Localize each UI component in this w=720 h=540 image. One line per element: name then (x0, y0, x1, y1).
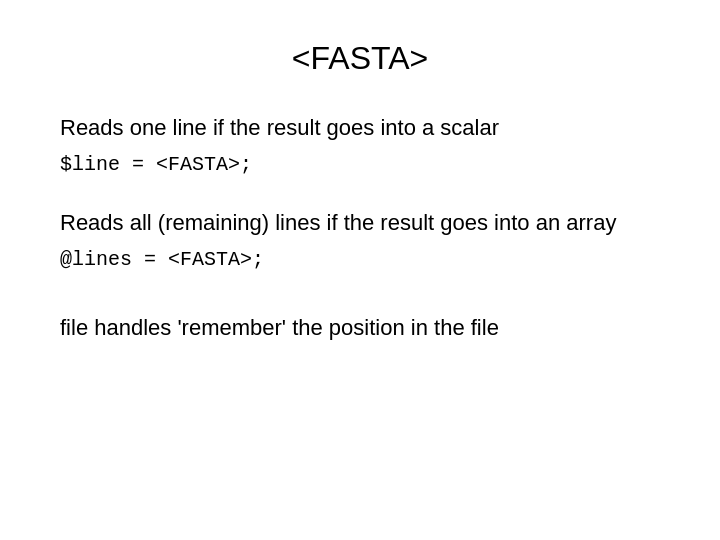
section-array-prose: Reads all (remaining) lines if the resul… (60, 208, 616, 239)
section-scalar-code: $line = <FASTA>; (60, 150, 499, 180)
footer-text: file handles 'remember' the position in … (60, 313, 499, 344)
section-scalar: Reads one line if the result goes into a… (60, 113, 499, 180)
slide-title: <FASTA> (60, 40, 660, 77)
section-array-code: @lines = <FASTA>; (60, 245, 616, 275)
section-scalar-prose: Reads one line if the result goes into a… (60, 113, 499, 144)
section-array: Reads all (remaining) lines if the resul… (60, 208, 616, 275)
slide-container: <FASTA> Reads one line if the result goe… (0, 0, 720, 540)
